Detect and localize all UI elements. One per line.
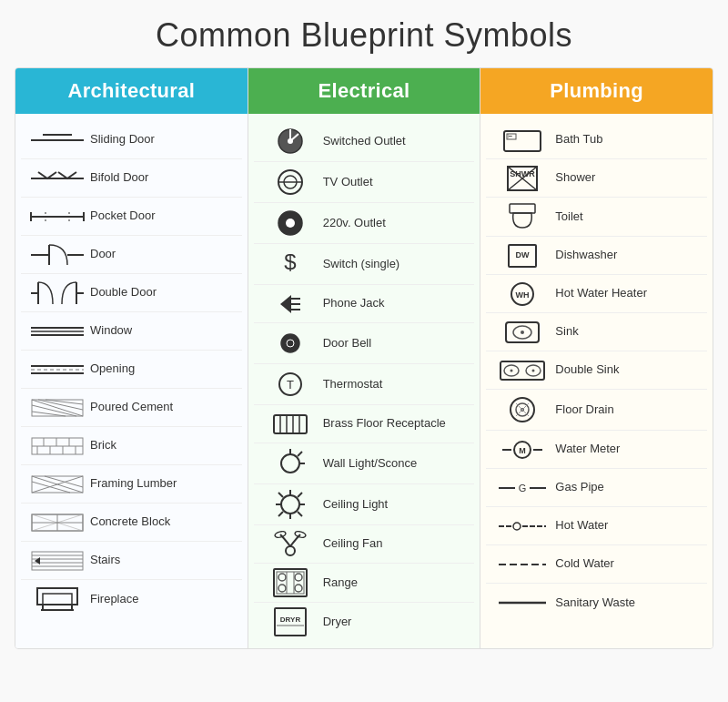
hot-water-line-icon <box>490 520 555 533</box>
range-icon <box>258 568 323 597</box>
gas-pipe-icon: G <box>490 481 555 495</box>
symbol-table: Architectural Sliding Door <box>15 67 713 649</box>
col-header-arch: Architectural <box>15 68 248 114</box>
svg-point-125 <box>511 369 513 371</box>
svg-line-82 <box>298 452 302 456</box>
svg-point-84 <box>281 495 299 514</box>
opening-icon <box>25 363 90 376</box>
wall-light-icon <box>258 448 323 479</box>
cold-water-label: Cold Water <box>555 556 614 572</box>
gas-pipe-label: Gas Pipe <box>555 480 603 495</box>
column-plumbing: Plumbing ⊢ Bath Tub <box>480 68 713 648</box>
list-item: DW Dishwasher <box>486 237 707 275</box>
svg-point-80 <box>281 454 299 473</box>
svg-point-93 <box>286 546 295 555</box>
220-outlet-icon <box>258 208 323 239</box>
concrete-block-icon <box>25 514 90 532</box>
phone-jack-icon <box>258 291 323 317</box>
floor-drain-label: Floor Drain <box>555 402 613 418</box>
double-door-icon <box>25 280 90 306</box>
page-title: Common Blueprint Symbols <box>156 16 572 55</box>
dryer-icon: DRYR <box>258 607 323 636</box>
sink-label: Sink <box>555 324 578 340</box>
column-architectural: Architectural Sliding Door <box>15 68 248 648</box>
list-item: Toilet <box>486 198 707 237</box>
svg-rect-97 <box>277 572 304 594</box>
ceiling-fan-label: Ceiling Fan <box>323 536 383 552</box>
cold-water-line-icon <box>490 558 555 571</box>
brick-label: Brick <box>90 438 116 453</box>
list-item: Ceiling Fan <box>254 525 475 564</box>
svg-marker-67 <box>280 295 291 313</box>
list-item: Hot Water <box>486 507 707 545</box>
poured-cement-label: Poured Cement <box>90 400 173 415</box>
svg-point-101 <box>295 585 302 592</box>
wall-light-label: Wall Light/Sconce <box>323 456 418 472</box>
fireplace-label: Fireplace <box>90 592 138 607</box>
poured-cement-icon <box>25 399 90 417</box>
col-header-plumb: Plumbing <box>480 68 713 114</box>
svg-rect-55 <box>43 594 72 605</box>
pocket-door-label: Pocket Door <box>90 209 156 224</box>
list-item: Wall Light/Sconce <box>254 443 475 484</box>
list-item: DRYR Dryer <box>254 603 475 641</box>
svg-line-25 <box>46 400 83 404</box>
svg-rect-114 <box>510 204 535 213</box>
svg-point-65 <box>286 219 295 228</box>
list-item: T Thermostat <box>254 364 475 405</box>
list-item: Door Bell <box>254 323 475 364</box>
double-sink-label: Double Sink <box>555 362 619 378</box>
svg-text:DRYR: DRYR <box>279 616 300 624</box>
bifold-door-icon <box>25 168 90 188</box>
list-item: TV Outlet <box>254 162 475 203</box>
framing-lumber-icon <box>25 475 90 493</box>
dishwasher-label: Dishwasher <box>555 248 617 263</box>
shower-label: Shower <box>555 170 595 186</box>
svg-point-98 <box>278 574 286 581</box>
svg-rect-96 <box>274 569 307 596</box>
list-item: Window <box>21 312 242 351</box>
hot-water-label: Hot Water <box>555 518 608 534</box>
svg-point-72 <box>287 340 294 347</box>
list-item: Double Door <box>21 274 242 312</box>
switch-single-icon: $ <box>258 249 323 280</box>
list-item: Bifold Door <box>21 159 242 198</box>
list-item: Concrete Block <box>21 504 242 542</box>
floor-drain-icon <box>490 394 555 425</box>
door-bell-icon <box>258 328 323 359</box>
range-label: Range <box>323 575 358 591</box>
svg-text:T: T <box>287 378 294 392</box>
col-header-elec: Electrical <box>248 68 480 114</box>
water-meter-icon: M <box>490 440 555 460</box>
list-item: Opening <box>21 351 242 389</box>
brick-icon <box>25 437 90 455</box>
shower-icon: SHWR <box>490 165 555 192</box>
column-electrical: Electrical Switched Outlet <box>248 68 481 648</box>
list-item: Floor Drain <box>486 390 707 431</box>
door-icon <box>25 243 90 267</box>
svg-text:M: M <box>520 446 527 455</box>
svg-text:SHWR: SHWR <box>511 169 536 178</box>
sliding-door-label: Sliding Door <box>90 132 155 148</box>
list-item: 220v. Outlet <box>254 203 475 244</box>
220-outlet-label: 220v. Outlet <box>323 216 386 231</box>
svg-text:$: $ <box>284 249 296 274</box>
toilet-icon <box>490 202 555 231</box>
list-item: G Gas Pipe <box>486 469 707 507</box>
list-item: ⊢ Bath Tub <box>486 121 707 159</box>
double-door-label: Double Door <box>90 285 157 300</box>
brass-floor-icon <box>258 414 323 434</box>
svg-text:WH: WH <box>516 290 530 300</box>
svg-text:G: G <box>519 483 527 493</box>
list-item: Stairs <box>21 542 242 580</box>
list-item: Sliding Door <box>21 121 242 159</box>
bath-tub-label: Bath Tub <box>555 132 602 148</box>
svg-point-100 <box>278 585 286 592</box>
list-item: Fireplace <box>21 580 242 618</box>
fireplace-icon <box>25 586 90 612</box>
list-item: WH Hot Water Heater <box>486 275 707 313</box>
list-item: Switched Outlet <box>254 121 475 162</box>
switch-single-label: Switch (single) <box>323 257 400 272</box>
framing-lumber-label: Framing Lumber <box>90 476 177 492</box>
stairs-label: Stairs <box>90 553 120 568</box>
